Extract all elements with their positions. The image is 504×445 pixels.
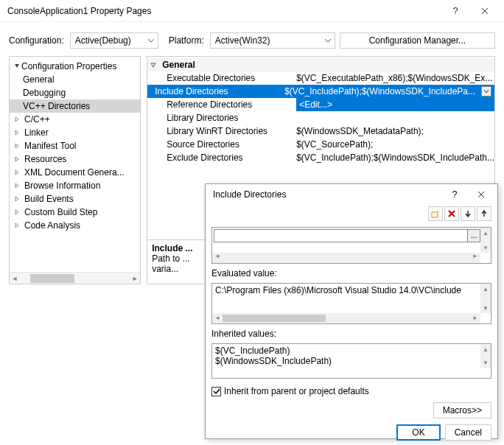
scroll-up-icon[interactable]: ▲ [480,284,491,294]
tree-item-linker[interactable]: Linker [10,126,140,139]
scroll-right-icon[interactable]: ► [470,253,480,263]
expand-icon[interactable] [13,63,21,69]
config-tree[interactable]: Configuration Properties General Debuggi… [10,57,140,272]
prop-value: $(VC_SourcePath); [296,139,494,150]
scroll-left-icon[interactable]: ◄ [10,275,20,282]
scroll-down-icon[interactable]: ▼ [480,303,491,313]
prop-row-source[interactable]: Source Directories $(VC_SourcePath); [147,138,494,151]
inherit-check-row[interactable]: Inherit from parent or project defaults [211,386,491,396]
collapse-icon[interactable] [13,143,21,149]
hscrollbar[interactable]: ◄► [212,313,480,323]
inherit-label: Inherit from parent or project defaults [224,386,369,396]
macros-button[interactable]: Macros>> [433,402,491,418]
prop-label: Source Directories [167,139,296,150]
dropdown-button[interactable] [481,86,491,97]
scroll-down-icon[interactable]: ▼ [480,242,491,253]
inherited-values: $(VC_IncludePath) $(WindowsSDK_IncludePa… [215,346,480,368]
scroll-left-icon[interactable]: ◄ [212,253,223,263]
prop-row-exclude[interactable]: Exclude Directories $(VC_IncludePath);$(… [147,151,494,164]
prop-section-label: General [162,60,195,70]
delete-line-button[interactable] [444,206,459,221]
evaluated-textarea: C:\Program Files (x86)\Microsoft Visual … [211,283,491,324]
configuration-combo[interactable]: Active(Debug) [70,32,158,49]
tree-item-debugging[interactable]: Debugging [10,86,140,99]
collapse-icon[interactable] [13,169,21,175]
configuration-manager-button[interactable]: Configuration Manager... [340,32,495,49]
scroll-up-icon[interactable]: ▲ [480,228,491,238]
path-input[interactable] [214,229,469,242]
editor-hscrollbar[interactable]: ◄► [212,253,480,263]
tree-item-browse[interactable]: Browse Information [10,179,140,192]
include-directories-dialog: Include Directories ? ... ▲ ▼ ◄► Evaluat… [205,183,498,439]
collapse-icon[interactable] [13,183,21,189]
tree-item-manifest[interactable]: Manifest Tool [10,139,140,153]
expand-icon[interactable] [150,62,159,68]
configuration-label: Configuration: [9,35,64,46]
move-up-button[interactable] [477,206,491,221]
new-line-button[interactable] [428,206,443,221]
prop-value-edit[interactable]: <Edit...> [296,98,494,111]
collapse-icon[interactable] [13,116,21,122]
subdialog-help-button[interactable]: ? [441,184,468,205]
prop-label: Library WinRT Directories [167,126,296,136]
tree-item-general[interactable]: General [10,73,140,86]
evaluated-label: Evaluated value: [211,268,491,278]
scroll-down-icon[interactable]: ▼ [480,357,491,368]
prop-row-library[interactable]: Library Directories [147,111,494,125]
scroll-left-icon[interactable]: ◄ [212,313,223,323]
inherit-checkbox[interactable] [211,387,221,396]
tree-hscrollbar[interactable]: ◄ ► [10,272,140,284]
help-button[interactable]: ? [441,0,470,22]
collapse-icon[interactable] [13,209,21,215]
tree-item-code[interactable]: Code Analysis [10,219,140,232]
tree-root[interactable]: Configuration Properties [10,60,140,73]
window-title: ConsoleApplication1 Property Pages [7,6,441,16]
browse-button[interactable]: ... [467,229,480,242]
evaluated-value: C:\Program Files (x86)\Microsoft Visual … [215,285,480,313]
tree-item-vcdirs[interactable]: VC++ Directories [10,99,140,113]
prop-value: $(WindowsSDK_MetadataPath); [296,126,494,136]
inherited-textarea: $(VC_IncludePath) $(WindowsSDK_IncludePa… [211,343,491,379]
tree-item-resources[interactable]: Resources [10,153,140,166]
platform-label: Platform: [169,35,204,46]
prop-label: Include Directories [155,86,228,97]
tree-item-build[interactable]: Build Events [10,192,140,206]
move-down-button[interactable] [461,206,475,221]
close-button[interactable] [470,0,500,22]
scroll-thumb[interactable] [223,315,326,322]
subdialog-toolbar [211,205,491,222]
config-row: Configuration: Active(Debug) Platform: A… [0,22,504,56]
prop-row-executable[interactable]: Executable Directories $(VC_ExecutablePa… [147,71,494,85]
paths-editor: ... ▲ ▼ ◄► [211,227,491,264]
tree-item-cpp[interactable]: C/C++ [10,113,140,126]
tree-item-custom[interactable]: Custom Build Step [10,206,140,219]
scroll-right-icon[interactable]: ► [470,313,480,323]
subdialog-close-button[interactable] [468,184,494,205]
platform-combo[interactable]: Active(Win32) [210,32,335,49]
tree-item-xml[interactable]: XML Document Genera... [10,166,140,179]
prop-row-libwinrt[interactable]: Library WinRT Directories $(WindowsSDK_M… [147,125,494,138]
prop-row-include[interactable]: Include Directories $(VC_IncludePath);$(… [147,85,494,98]
svg-rect-0 [432,212,438,217]
prop-label: Reference Directories [167,99,296,110]
platform-value: Active(Win32) [215,35,324,46]
ok-button[interactable]: OK [396,424,440,441]
prop-value: $(VC_ExecutablePath_x86);$(WindowsSDK_Ex… [296,73,494,83]
prop-label: Exclude Directories [167,153,296,163]
prop-section-general[interactable]: General [147,58,494,71]
cancel-button[interactable]: Cancel [445,424,491,441]
collapse-icon[interactable] [13,222,21,228]
configuration-value: Active(Debug) [75,35,147,46]
prop-label: Library Directories [167,113,296,123]
collapse-icon[interactable] [13,196,21,202]
collapse-icon[interactable] [13,130,21,136]
chevron-down-icon [147,37,155,44]
scroll-up-icon[interactable]: ▲ [480,344,491,354]
subdialog-title: Include Directories [213,189,441,200]
tree-root-label: Configuration Properties [21,61,116,71]
scroll-thumb[interactable] [30,274,74,283]
prop-row-reference[interactable]: Reference Directories <Edit...> [147,98,494,111]
tree-pane: Configuration Properties General Debuggi… [9,56,141,284]
collapse-icon[interactable] [13,156,21,162]
scroll-right-icon[interactable]: ► [130,275,140,282]
